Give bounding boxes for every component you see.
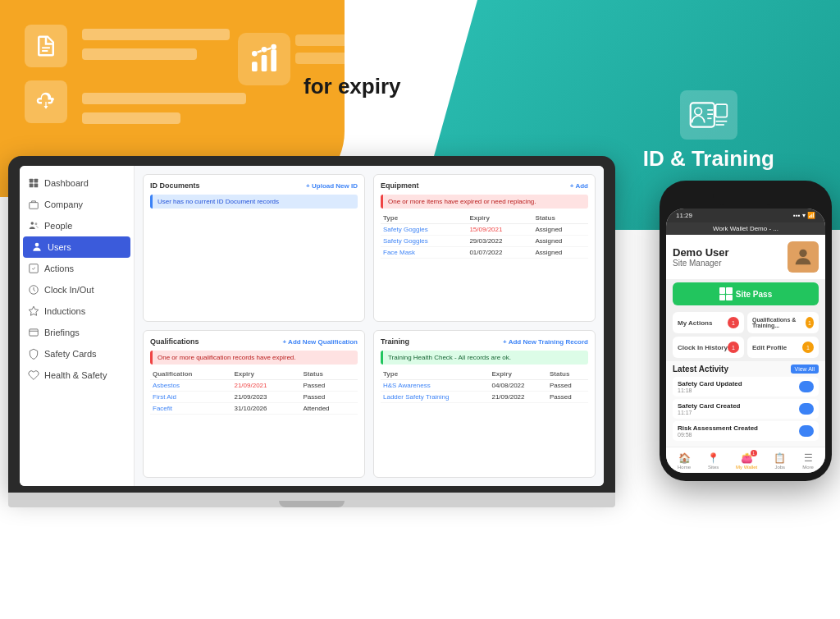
wallet-badge-count: 1 — [751, 450, 757, 456]
equipment-row1-type[interactable]: Safety Goggles — [381, 224, 467, 236]
qualifications-add-link[interactable]: + Add New Qualification — [283, 338, 358, 346]
activity-item-3-time: 09:58 — [678, 432, 758, 438]
id-training-icon — [680, 90, 737, 140]
expiry-label: for expiry — [304, 74, 401, 99]
equipment-col-type: Type — [381, 213, 467, 224]
activity-item-1-info: Safety Card Updated 11:18 — [678, 380, 742, 393]
edit-profile-card[interactable]: Edit Profile 1 — [747, 337, 819, 358]
qual-col-name: Qualification — [150, 369, 231, 380]
qual-row3-status: Attended — [301, 403, 358, 415]
sidebar-item-safety-cards[interactable]: Safety Cards — [20, 343, 134, 365]
sidebar-label-briefings: Briefings — [44, 328, 80, 337]
activity-item-1: Safety Card Updated 11:18 — [673, 377, 819, 397]
sidebar-label-dashboard: Dashboard — [44, 178, 89, 188]
qualifications-title: Qualifications — [150, 337, 199, 346]
avatar-icon — [792, 245, 815, 268]
equipment-title: Equipment — [381, 181, 419, 190]
equipment-row3-type[interactable]: Face Mask — [381, 247, 467, 259]
center-bar-1 — [295, 34, 443, 46]
equipment-header: Equipment + Add — [381, 181, 588, 190]
training-alert-text: Training Health Check - All records are … — [388, 354, 511, 361]
nav-jobs-label: Jobs — [774, 465, 785, 470]
sidebar-item-health[interactable]: Health & Safety — [20, 365, 134, 386]
view-all-button[interactable]: View All — [791, 365, 819, 374]
cloud-upload-icon-3 — [799, 425, 814, 437]
training-title: Training — [381, 337, 409, 346]
qualifications-alert-text: One or more qualification records have e… — [158, 354, 296, 361]
phone-nav: 🏠 Home 📍 Sites 👛 1 My Wallet 📋 Jobs — [666, 447, 825, 473]
training-row2-type[interactable]: Ladder Safety Training — [381, 392, 489, 403]
training-row1-type[interactable]: H&S Awareness — [381, 380, 489, 392]
text-bar-3 — [82, 93, 246, 104]
equipment-row3-status: Assigned — [532, 247, 588, 259]
svg-rect-15 — [715, 104, 727, 117]
sidebar-item-dashboard[interactable]: Dashboard — [20, 172, 134, 194]
text-bar-2 — [82, 48, 197, 60]
qr-cell-4 — [726, 295, 733, 301]
cloud-icon — [34, 89, 58, 114]
nav-wallet-label: My Wallet — [736, 465, 757, 470]
avatar — [788, 241, 819, 273]
equipment-row3-expiry: 01/07/2022 — [467, 247, 532, 259]
equipment-row1-status: Assigned — [532, 224, 588, 236]
sidebar-label-safety-cards: Safety Cards — [44, 349, 97, 359]
clock-history-card[interactable]: Clock In History 1 — [673, 337, 744, 358]
latest-activity-title: Latest Activity — [673, 365, 728, 374]
sidebar-item-actions[interactable]: Actions — [20, 258, 134, 279]
svg-point-29 — [799, 250, 806, 257]
sidebar-item-company[interactable]: Company — [20, 194, 134, 215]
phone-time: 11:29 — [676, 212, 692, 219]
table-row: Safety Goggles 15/09/2021 Assigned — [381, 224, 588, 236]
qr-cell-1 — [719, 287, 726, 294]
sidebar-label-people: People — [44, 221, 72, 231]
nav-more[interactable]: ☰ More — [802, 452, 814, 470]
training-row2-expiry: 21/09/2022 — [489, 392, 547, 403]
qual-row2-name[interactable]: First Aid — [150, 392, 231, 403]
sidebar-item-inductions[interactable]: Inductions — [20, 300, 134, 322]
profile-role: Site Manager — [673, 259, 729, 268]
equipment-add-link[interactable]: + Add — [570, 182, 588, 190]
training-row1-expiry: 04/08/2022 — [489, 380, 547, 392]
svg-line-8 — [258, 51, 262, 53]
equipment-row2-status: Assigned — [532, 236, 588, 247]
nav-more-label: More — [802, 465, 814, 470]
svg-rect-21 — [34, 184, 39, 188]
training-add-link[interactable]: + Add New Training Record — [503, 338, 588, 346]
document-icon — [34, 34, 58, 58]
phone-outer: 11:29 ▪▪▪ ▾ 📶 Work Wallet Demo - ... Dem… — [660, 181, 832, 481]
equipment-row2-type[interactable]: Safety Goggles — [381, 236, 467, 247]
site-pass-button[interactable]: Site Pass — [673, 282, 819, 305]
sidebar-item-clock[interactable]: Clock In/Out — [20, 279, 134, 300]
equipment-table: Type Expiry Status Safety Goggles 15/09/… — [381, 213, 588, 259]
svg-rect-2 — [252, 62, 258, 71]
nav-wallet[interactable]: 👛 1 My Wallet — [736, 452, 757, 470]
nav-sites[interactable]: 📍 Sites — [707, 452, 719, 470]
table-row: First Aid 21/09/2023 Passed — [150, 392, 358, 403]
nav-jobs[interactable]: 📋 Jobs — [774, 452, 786, 470]
svg-rect-19 — [34, 179, 39, 183]
sidebar-item-people[interactable]: People — [20, 215, 134, 236]
activity-item-2-info: Safety Card Created 11:17 — [678, 402, 740, 415]
table-row: Facefit 31/10/2026 Attended — [150, 403, 358, 415]
qual-row1-name[interactable]: Asbestos — [150, 380, 231, 392]
sidebar-item-briefings[interactable]: Briefings — [20, 322, 134, 343]
id-documents-add-link[interactable]: + Upload New ID — [306, 182, 358, 190]
qualifications-training-card[interactable]: Qualifications & Training... 1 — [747, 312, 819, 333]
chart-icon — [248, 43, 281, 76]
training-row2-status: Passed — [547, 392, 588, 403]
id-documents-alert-text: User has no current ID Document records — [158, 198, 279, 205]
equipment-alert: One or more items have expired or need r… — [381, 195, 588, 209]
my-actions-card[interactable]: My Actions 1 — [673, 312, 744, 333]
id-documents-header: ID Documents + Upload New ID — [150, 181, 358, 190]
svg-rect-1 — [42, 50, 48, 52]
laptop-screen: Dashboard Company People Users Actions — [20, 166, 604, 486]
sidebar-item-users[interactable]: Users — [23, 236, 130, 258]
people-icon — [28, 220, 39, 232]
clock-history-label: Clock In History — [678, 344, 728, 351]
nav-home[interactable]: 🏠 Home — [678, 452, 691, 470]
actions-icon — [28, 263, 39, 274]
svg-line-9 — [267, 48, 271, 50]
qual-row3-name[interactable]: Facefit — [150, 403, 231, 415]
svg-point-7 — [271, 44, 276, 50]
users-icon — [31, 241, 43, 253]
